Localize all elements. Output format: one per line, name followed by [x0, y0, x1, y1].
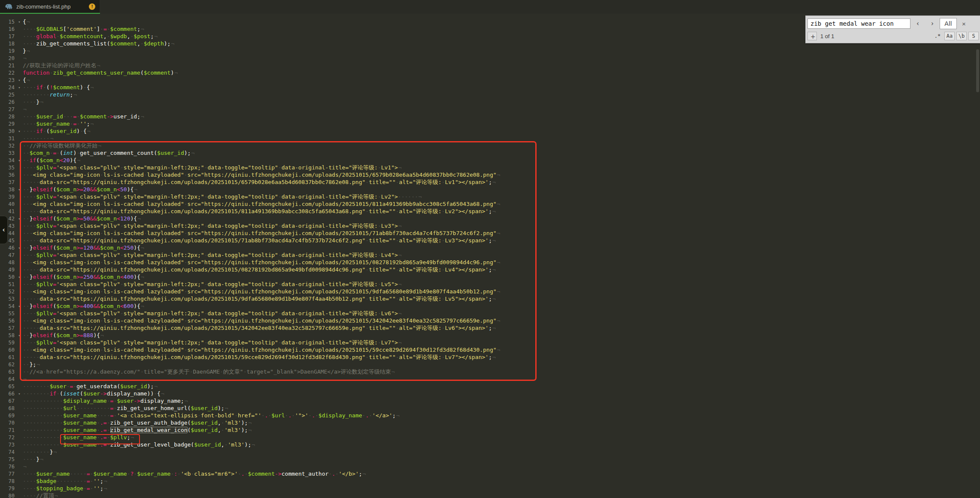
code-line-19: 19}¬	[0, 47, 980, 54]
code-text: ····//置顶¬	[23, 492, 58, 498]
tab-zib-comments-list[interactable]: zib-comments-list.php !	[0, 0, 100, 13]
code-text: ············$display_name·=·$user->displ…	[23, 398, 188, 404]
code-text: ····$user_name·=·'';¬	[23, 121, 94, 127]
editor-window: zib-comments-list.php ! 15▾{¬16····$GLOB…	[0, 0, 980, 498]
code-text: ··//<a·href="https://a.daenzy.com/"·titl…	[23, 368, 395, 376]
vertical-scrollbar-thumb[interactable]	[976, 49, 979, 92]
line-number: 47	[0, 252, 16, 258]
code-line-66: 66▾········if·(isset($user->display_name…	[0, 390, 980, 397]
code-text: ¬	[23, 106, 27, 112]
code-line-61: 61·····data-src="https://qiniu.tfzhongch…	[0, 353, 980, 361]
line-number: 79	[0, 486, 16, 492]
find-prev-button[interactable]: ‹	[910, 18, 925, 29]
line-number: 30	[0, 128, 16, 134]
line-number: 64	[0, 376, 16, 382]
find-case-toggle[interactable]: Aa	[944, 32, 955, 40]
code-line-78: 78····$badge·········=·'';¬	[0, 477, 980, 485]
code-text: ····}¬	[23, 456, 43, 462]
find-close-icon[interactable]: ×	[959, 20, 968, 27]
fold-arrow-icon[interactable]: ▾	[16, 158, 23, 163]
line-number: 38	[0, 187, 16, 193]
line-number: 33	[0, 150, 16, 156]
fold-arrow-icon[interactable]: ▾	[16, 217, 23, 221]
code-text: ············$user_name·.=·zib_get_medal_…	[23, 427, 252, 433]
code-line-34: 34▾··if($com_n<20){¬	[0, 157, 980, 164]
code-text: ····$user_id···=·$comment->user_id;¬	[23, 113, 144, 120]
line-number: 62	[0, 362, 16, 368]
code-text: ········}¬	[23, 449, 57, 455]
find-next-button[interactable]: ›	[925, 18, 940, 29]
fold-arrow-icon[interactable]: ▾	[16, 85, 23, 90]
line-number: 68	[0, 405, 16, 411]
find-selection-toggle[interactable]: S	[968, 32, 979, 40]
code-text: ··if($com_n<20){¬	[23, 157, 80, 163]
line-number: 67	[0, 398, 16, 404]
code-line-68: 68············$url··········=·zib_get_us…	[0, 404, 980, 412]
line-number: 40	[0, 201, 16, 207]
line-number: 39	[0, 194, 16, 200]
line-number: 31	[0, 136, 16, 142]
code-line-67: 67············$display_name·=·$user->dis…	[0, 397, 980, 404]
code-line-72: 72············$user_name·.=·$pllv;¬	[0, 434, 980, 441]
line-number: 25	[0, 92, 16, 98]
line-number: 53	[0, 296, 16, 302]
line-number: 49	[0, 267, 16, 273]
line-number: 52	[0, 289, 16, 295]
code-text: ····$pllv='<span·class="pllv"·style="mar…	[23, 251, 402, 259]
code-text: ····$user_name·····=·$user_name·?·$user_…	[23, 471, 366, 477]
find-all-button[interactable]: All	[940, 18, 957, 29]
code-line-65: 65········$user·=·get_userdata($user_id)…	[0, 383, 980, 390]
code-text: ··}elseif($com_n>=888){¬	[23, 332, 104, 338]
line-number: 51	[0, 281, 16, 287]
code-line-50: 50▾··}elseif($com_n>=250&&$com_n<400){¬	[0, 273, 980, 281]
code-text: ···<img·class="img-icon·ls-is-cached·laz…	[23, 230, 500, 236]
fold-arrow-icon[interactable]: ▾	[16, 187, 23, 192]
code-text: ····if·(!$comment)·{¬	[23, 84, 94, 91]
find-input[interactable]	[807, 18, 910, 29]
code-line-70: 70············$user_name·.=·zib_get_user…	[0, 419, 980, 426]
find-regex-toggle[interactable]: .*	[932, 32, 943, 40]
code-line-21: 21//获取主评论的评论用户姓名¬	[0, 62, 980, 69]
code-line-64: 64¬	[0, 375, 980, 383]
line-number: 69	[0, 413, 16, 419]
fold-arrow-icon[interactable]: ▾	[16, 392, 23, 396]
fold-arrow-icon[interactable]: ▾	[16, 275, 23, 279]
code-text: ····}¬	[23, 99, 43, 105]
code-editor[interactable]: 15▾{¬16····$GLOBALS['comment']·=·$commen…	[0, 14, 980, 498]
code-text: ··}elseif($com_n>=400&&$com_n<600){¬	[23, 303, 144, 309]
code-text: ···<img·class="img-icon·ls-is-cached·laz…	[23, 317, 500, 324]
line-number: 70	[0, 420, 16, 426]
sidebar-collapse-handle[interactable]: ‹	[0, 216, 8, 244]
code-text: {¬	[23, 77, 30, 83]
code-line-80: 80····//置顶¬	[0, 492, 980, 498]
fold-arrow-icon[interactable]: ▾	[16, 78, 23, 82]
code-line-42: 42▾··}elseif($com_n>=50&&$com_n<120){¬	[0, 215, 980, 222]
code-line-56: 56···<img·class="img-icon·ls-is-cached·l…	[0, 317, 980, 324]
line-number: 54	[0, 303, 16, 309]
find-word-toggle[interactable]: \b	[956, 32, 967, 40]
code-line-33: 33··$com_n·=·(int)·get_user_comment_coun…	[0, 149, 980, 157]
line-number: 76	[0, 464, 16, 470]
line-number: 73	[0, 442, 16, 448]
code-line-30: 30▾····if·($user_id)·{¬	[0, 127, 980, 135]
line-number: 23	[0, 77, 16, 83]
find-add-button[interactable]: +	[807, 32, 817, 40]
code-line-74: 74········}¬	[0, 448, 980, 456]
line-number: 71	[0, 427, 16, 433]
fold-arrow-icon[interactable]: ▾	[16, 20, 23, 24]
fold-arrow-icon[interactable]: ▾	[16, 129, 23, 133]
fold-arrow-icon[interactable]: ▾	[16, 304, 23, 308]
code-line-39: 39····$pllv='<span·class="pllv"·style="m…	[0, 193, 980, 200]
code-text: ····$badge·········=·'';¬	[23, 478, 107, 484]
code-text: ·····data-src="https://qiniu.tfzhongchuk…	[23, 266, 496, 274]
code-line-37: 37·····data-src="https://qiniu.tfzhongch…	[0, 178, 980, 186]
code-text: ········if·(isset($user->display_name))·…	[23, 390, 164, 397]
code-line-24: 24▾····if·(!$comment)·{¬	[0, 84, 980, 91]
line-number: 29	[0, 121, 16, 127]
fold-arrow-icon[interactable]: ▾	[16, 246, 23, 250]
code-line-28: 28····$user_id···=·$comment->user_id;¬	[0, 113, 980, 120]
code-text: ········¬	[23, 135, 53, 142]
code-text: ···<img·class="img-icon·ls-is-cached·laz…	[23, 172, 500, 178]
fold-arrow-icon[interactable]: ▾	[16, 333, 23, 338]
code-line-57: 57·····data-src="https://qiniu.tfzhongch…	[0, 324, 980, 332]
